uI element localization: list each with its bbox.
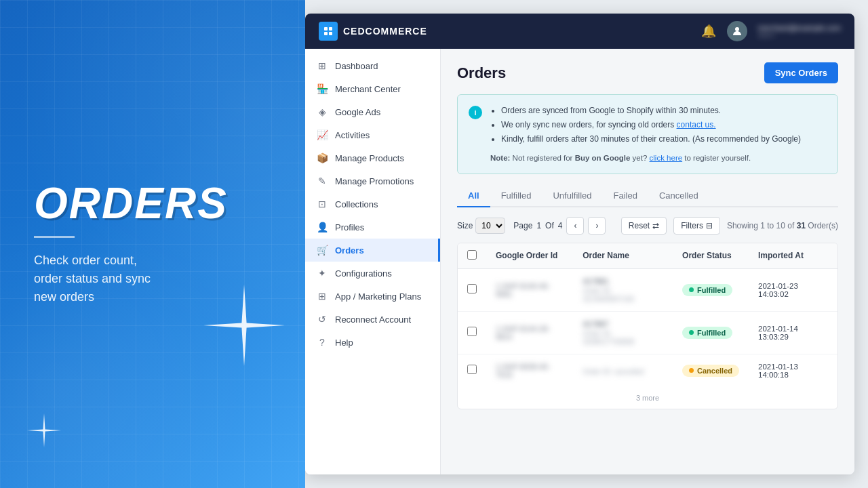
row-select-2[interactable]	[467, 327, 477, 336]
sidebar-item-google-ads[interactable]: ◈ Google Ads	[305, 100, 440, 123]
row-select-1[interactable]	[467, 284, 477, 293]
contact-link[interactable]: contact us.	[677, 120, 716, 129]
page-value: 1	[536, 221, 541, 230]
info-icon: i	[469, 106, 482, 119]
sidebar-label-app-marketing: App / Marketing Plans	[335, 291, 421, 302]
row-select-3[interactable]	[467, 365, 477, 374]
sync-orders-button[interactable]: Sync Orders	[764, 62, 838, 83]
info-banner: i Orders are synced from Google to Shopi…	[457, 94, 838, 174]
page-title: Orders	[457, 64, 506, 82]
sidebar-item-reconnect[interactable]: ↺ Reconnect Account	[305, 308, 440, 331]
sidebar-label-activities: Activities	[335, 130, 370, 140]
filter-icon: ⊟	[706, 221, 713, 230]
tab-fulfilled[interactable]: Fulfilled	[490, 185, 542, 207]
showing-text: Showing 1 to 10 of 31 Order(s)	[727, 221, 838, 230]
status-badge-2: Fulfilled	[682, 327, 732, 339]
hero-title: ORDERS	[34, 182, 271, 225]
next-page-button[interactable]: ›	[588, 217, 606, 235]
select-all-checkbox[interactable]	[467, 250, 477, 260]
order-name-wrapper-1: 417881 Order ID: 3214840907160	[583, 277, 663, 303]
controls-right: Reset ⇄ Filters ⊟ Showing 1 to 10 of 31 …	[621, 217, 838, 235]
tab-failed[interactable]: Failed	[603, 185, 648, 207]
filter-button[interactable]: Filters ⊟	[673, 217, 720, 235]
size-select[interactable]: 10 25 50	[475, 218, 505, 234]
sidebar-label-help: Help	[335, 338, 353, 348]
status-dot-1	[689, 287, 694, 292]
svg-rect-1	[329, 27, 332, 30]
row-checkbox-2	[458, 311, 486, 354]
status-label-3: Cancelled	[697, 367, 732, 375]
bell-icon[interactable]: 🔔	[701, 24, 716, 39]
sidebar-item-profiles[interactable]: 👤 Profiles	[305, 216, 440, 239]
sidebar-label-configurations: Configurations	[335, 268, 392, 279]
sidebar-item-merchant-center[interactable]: 🏪 Merchant Center	[305, 77, 440, 100]
manage-products-icon: 📦	[316, 152, 328, 163]
activities-icon: 📈	[316, 129, 328, 140]
sidebar-label-orders: Orders	[335, 245, 364, 256]
user-avatar	[727, 21, 747, 41]
order-imported-2: 2021-01-14 13:03:29	[749, 311, 837, 354]
order-imported-3: 2021-01-13 14:00:18	[749, 354, 837, 387]
sidebar-item-configurations[interactable]: ✦ Configurations	[305, 262, 440, 285]
user-sub: Store •	[758, 32, 841, 39]
order-name-wrapper-2: 417887 Order ID: 3208517750808	[583, 320, 663, 346]
app-window: CEDCOMMERCE 🔔 merchant@example.com Store…	[305, 14, 854, 474]
google-ads-icon: ◈	[316, 106, 328, 117]
main-content: Orders Sync Orders i Orders are synced f…	[441, 49, 854, 474]
tab-unfulfilled[interactable]: Unfulfilled	[542, 185, 602, 207]
controls-left: Size 10 25 50 Page 1 Of 4	[457, 217, 606, 235]
order-google-id-3: 1-SHP-8038-40-7519	[486, 354, 573, 387]
page-header: Orders Sync Orders	[457, 62, 838, 83]
app-header: CEDCOMMERCE 🔔 merchant@example.com Store…	[305, 14, 854, 49]
total-count: 31	[797, 221, 806, 230]
reset-button[interactable]: Reset ⇄	[621, 217, 667, 235]
of-value: 4	[558, 221, 563, 230]
sidebar-item-manage-promotions[interactable]: ✎ Manage Promotions	[305, 169, 440, 192]
sidebar-item-app-marketing[interactable]: ⊞ App / Marketing Plans	[305, 285, 440, 308]
of-label: Of	[545, 221, 554, 230]
right-panel: CEDCOMMERCE 🔔 merchant@example.com Store…	[305, 0, 868, 488]
register-link[interactable]: click here	[650, 154, 683, 162]
sidebar-label-collections: Collections	[335, 199, 378, 209]
reset-label: Reset	[629, 221, 650, 230]
order-name-sub-3: Order ID: cancelled	[583, 367, 663, 375]
tab-all[interactable]: All	[457, 185, 490, 207]
app-marketing-icon: ⊞	[316, 291, 328, 302]
sidebar-item-orders[interactable]: 🛒 Orders	[305, 239, 440, 262]
sidebar-item-collections[interactable]: ⊡ Collections	[305, 192, 440, 216]
order-name-top-2: 417887	[583, 320, 663, 328]
status-label-1: Fulfilled	[697, 286, 726, 294]
sidebar-item-activities[interactable]: 📈 Activities	[305, 123, 440, 146]
star-large-icon	[203, 285, 285, 366]
prev-page-button[interactable]: ‹	[566, 217, 584, 235]
profiles-icon: 👤	[316, 222, 328, 232]
tab-cancelled[interactable]: Cancelled	[648, 185, 709, 207]
svg-point-4	[735, 27, 739, 31]
row-checkbox-3	[458, 354, 486, 387]
star-small-icon	[27, 413, 61, 447]
status-label-2: Fulfilled	[697, 329, 726, 337]
header-checkbox	[458, 243, 486, 269]
order-google-id-2: 1-SHP-8144-28-9814	[486, 311, 573, 354]
sidebar: ⊞ Dashboard 🏪 Merchant Center ◈ Google A…	[305, 49, 441, 474]
sidebar-label-google-ads: Google Ads	[335, 107, 380, 117]
filter-label: Filters	[681, 221, 703, 230]
sidebar-item-manage-products[interactable]: 📦 Manage Products	[305, 146, 440, 169]
svg-rect-3	[329, 32, 332, 35]
header-imported-at: Imported At	[749, 243, 837, 269]
note-text: Note: Not registered for Buy on Google y…	[490, 152, 801, 164]
row-checkbox-1	[458, 268, 486, 311]
orders-table: Google Order Id Order Name Order Status …	[457, 243, 838, 409]
help-icon: ?	[316, 337, 328, 348]
sidebar-label-merchant-center: Merchant Center	[335, 84, 401, 94]
logo-area: CEDCOMMERCE	[319, 22, 427, 41]
page-label: Page	[513, 221, 532, 230]
reset-icon: ⇄	[652, 221, 659, 230]
sidebar-item-dashboard[interactable]: ⊞ Dashboard	[305, 54, 440, 77]
table-row: 1-SHP-8140-46-9081 417881 Order ID: 3214…	[458, 268, 837, 311]
configurations-icon: ✦	[316, 268, 328, 279]
sidebar-item-help[interactable]: ? Help	[305, 331, 440, 354]
info-bullet-3: Kindly, fulfill orders after 30 minutes …	[501, 133, 801, 146]
orders-icon: 🛒	[316, 245, 328, 256]
table-row: 1-SHP-8038-40-7519 Order ID: cancelled	[458, 354, 837, 387]
